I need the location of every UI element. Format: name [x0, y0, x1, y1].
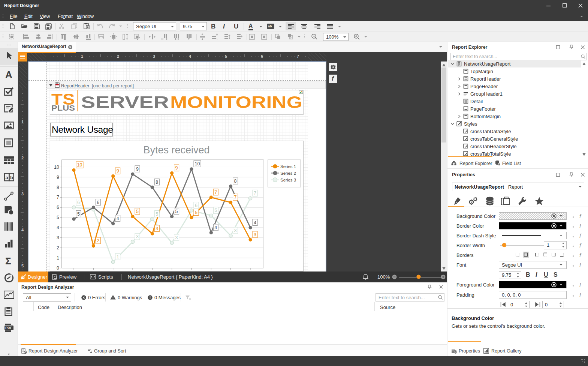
svg-text:6: 6: [77, 200, 80, 205]
svg-text:3: 3: [156, 226, 158, 231]
svg-text:3: 3: [136, 234, 139, 239]
svg-text:9: 9: [175, 165, 178, 171]
svg-text:8: 8: [57, 185, 59, 190]
svg-text:5: 5: [175, 209, 178, 214]
svg-text:7: 7: [234, 195, 237, 200]
svg-text:10: 10: [77, 162, 82, 168]
svg-text:4: 4: [57, 225, 59, 230]
svg-text:Series 1: Series 1: [280, 164, 296, 169]
svg-text:8: 8: [234, 178, 237, 184]
svg-text:7: 7: [254, 190, 256, 196]
svg-text:3: 3: [57, 235, 59, 240]
svg-text:SERVER: SERVER: [81, 93, 169, 112]
svg-text:5: 5: [57, 215, 59, 220]
svg-text:Series 3: Series 3: [280, 178, 296, 182]
svg-text:5: 5: [77, 212, 80, 217]
svg-text:PLUS: PLUS: [51, 104, 75, 112]
svg-text:10: 10: [195, 161, 200, 166]
svg-text:1: 1: [117, 254, 119, 260]
svg-text:4: 4: [117, 216, 119, 221]
svg-text:7: 7: [57, 195, 59, 200]
svg-text:2: 2: [97, 238, 99, 243]
svg-text:a: a: [5, 175, 8, 180]
svg-text:8: 8: [156, 180, 158, 185]
svg-text:9: 9: [57, 175, 59, 180]
svg-text:6: 6: [195, 203, 197, 208]
svg-text:10: 10: [54, 165, 59, 170]
svg-text:PDF: PDF: [5, 326, 12, 330]
svg-text:5: 5: [136, 209, 139, 214]
svg-text:MONITORING: MONITORING: [170, 93, 302, 112]
svg-text:3: 3: [234, 228, 237, 233]
svg-text:6: 6: [57, 205, 59, 210]
svg-text:7: 7: [214, 190, 217, 195]
svg-text:Series 2: Series 2: [280, 171, 296, 176]
svg-text:3: 3: [175, 235, 178, 240]
svg-text:b: b: [10, 175, 13, 180]
svg-text:5: 5: [214, 208, 217, 213]
svg-text:5: 5: [195, 210, 197, 215]
svg-text:9: 9: [136, 166, 139, 172]
svg-text:0: 0: [57, 266, 59, 271]
svg-text:5: 5: [156, 212, 158, 217]
svg-text:4: 4: [214, 225, 217, 230]
svg-text:1: 1: [57, 255, 59, 261]
svg-text:3: 3: [254, 232, 256, 237]
svg-text:2: 2: [57, 245, 59, 250]
svg-text:9: 9: [117, 168, 119, 174]
svg-text:Bytes received: Bytes received: [143, 144, 209, 156]
svg-text:6: 6: [97, 200, 99, 205]
svg-text:4: 4: [254, 220, 256, 225]
